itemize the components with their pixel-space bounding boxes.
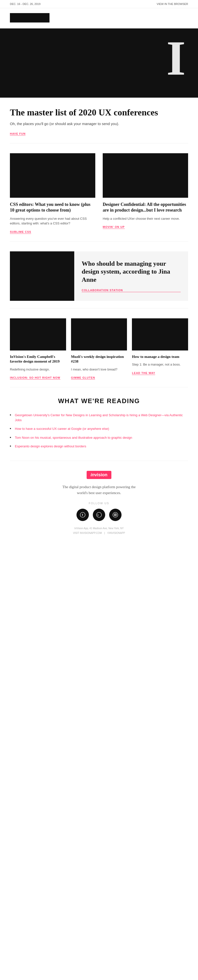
svg-point-2 xyxy=(97,512,101,517)
reading-item-1: Georgetown University's Center for New D… xyxy=(10,411,188,425)
reading-heading: WHAT WE'RE READING xyxy=(10,397,188,405)
article-tag-1[interactable]: SUBLIME CSS xyxy=(10,231,31,234)
article-tag-4[interactable]: GIMME GLUTEN xyxy=(71,376,95,380)
reading-item-3: Tom Noon on his musical, spontaneous and… xyxy=(10,433,188,442)
reading-link-2[interactable]: How to have a successful UX career at Go… xyxy=(15,427,109,431)
article-title-3: InVision's Emily Campbell's favorite des… xyxy=(10,355,66,364)
article-tag-3[interactable]: INCLUSION: SO HOT RIGHT NOW xyxy=(10,376,61,380)
reading-list: Georgetown University's Center for New D… xyxy=(10,411,188,451)
two-col-section: CSS editors: What you need to know (plus… xyxy=(10,143,188,242)
svg-text:f: f xyxy=(82,513,83,517)
wide-feature-tag[interactable]: COLLABORATION STATION xyxy=(81,289,180,292)
article-tag-2[interactable]: MOVIN' ON UP xyxy=(103,226,125,229)
feature-article: The master list of 2020 UX conferences O… xyxy=(10,98,188,143)
article-col-5: How to manage a design team Step 1: Be a… xyxy=(132,318,188,380)
article-image-3 xyxy=(10,318,66,350)
reading-item-2: How to have a successful UX career at Go… xyxy=(10,425,188,433)
reading-section: WHAT WE'RE READING Georgetown University… xyxy=(10,387,188,461)
footer: invision The digital product design plat… xyxy=(0,461,198,542)
article-title-5: How to manage a design team xyxy=(132,355,188,360)
feature-tag[interactable]: HAVE FUN xyxy=(10,132,26,136)
article-desc-2: Help a conflicted UXer choose their next… xyxy=(103,216,188,221)
article-col-1: CSS editors: What you need to know (plus… xyxy=(10,153,95,234)
hero-letter-white: I xyxy=(166,33,186,83)
footer-logo-vision: vision xyxy=(94,473,107,477)
footer-logo-in: in xyxy=(91,473,94,477)
twitter-icon[interactable]: t xyxy=(93,509,105,521)
article-desc-5: Step 1: Be a manager, not a boss. xyxy=(132,362,188,367)
view-in-browser-link[interactable]: VIEW IN THE BROWSER xyxy=(156,2,188,5)
feature-desc: Oh, the places you'll go (or should ask … xyxy=(10,121,188,127)
follow-us-label: FOLLOW US xyxy=(10,502,188,505)
article-image-2 xyxy=(103,153,188,198)
article-title-1: CSS editors: What you need to know (plus… xyxy=(10,202,95,213)
footer-desc: The digital product design platform powe… xyxy=(59,484,139,496)
wide-feature-section: Who should be managing your design syste… xyxy=(10,242,188,309)
top-bar-date: DEC. 16 - DEC. 26, 2019 xyxy=(10,2,41,5)
article-title-4: Muzli's weekly design inspiration #238 xyxy=(71,355,127,364)
reading-link-1[interactable]: Georgetown University's Center for New D… xyxy=(15,413,183,422)
footer-links: VISIT INVISIONAPP.COM | ©INVISIONAPP xyxy=(10,531,188,535)
feature-title: The master list of 2020 UX conferences xyxy=(10,108,188,118)
social-icons: f t xyxy=(10,509,188,521)
svg-point-6 xyxy=(115,514,116,515)
main-content: The master list of 2020 UX conferences O… xyxy=(0,98,198,461)
wide-feature-title: Who should be managing your design syste… xyxy=(81,260,180,284)
reading-link-4[interactable]: Esperanto design explores design without… xyxy=(15,444,86,448)
top-bar: DEC. 16 - DEC. 26, 2019 VIEW IN THE BROW… xyxy=(0,0,198,8)
article-col-4: Muzli's weekly design inspiration #238 I… xyxy=(71,318,127,380)
article-desc-4: I mean, who doesn't love bread? xyxy=(71,367,127,372)
article-title-2: Designer Confidential: All the opportuni… xyxy=(103,202,188,213)
footer-address: InVision App, 41 Madison Ave, New York, … xyxy=(10,527,188,530)
article-image-4 xyxy=(71,318,127,350)
footer-logo: invision xyxy=(87,471,111,479)
article-col-2: Designer Confidential: All the opportuni… xyxy=(103,153,188,234)
article-tag-5[interactable]: LEAD THE WAY xyxy=(132,371,155,375)
reading-link-3[interactable]: Tom Noon on his musical, spontaneous and… xyxy=(15,436,132,439)
article-desc-3: Redefining inclusive design. xyxy=(10,367,66,372)
reading-item-4: Esperanto design explores design without… xyxy=(10,442,188,451)
article-col-3: InVision's Emily Campbell's favorite des… xyxy=(10,318,66,380)
header xyxy=(0,8,198,26)
article-image-5 xyxy=(132,318,188,350)
facebook-icon[interactable]: f xyxy=(77,509,89,521)
svg-text:t: t xyxy=(97,513,99,516)
svg-point-4 xyxy=(113,512,118,517)
wide-feature-image xyxy=(10,251,74,301)
hero-section: I I xyxy=(0,29,198,98)
footer-divider: | xyxy=(104,531,105,535)
wide-feature-text: Who should be managing your design syste… xyxy=(74,251,188,301)
article-desc-1: Answering every question you've ever had… xyxy=(10,216,95,226)
footer-link-2[interactable]: ©INVISIONAPP xyxy=(107,531,125,535)
footer-link-1[interactable]: VISIT INVISIONAPP.COM xyxy=(73,531,102,535)
three-col-section: InVision's Emily Campbell's favorite des… xyxy=(10,309,188,388)
instagram-icon[interactable] xyxy=(109,509,121,521)
header-logo xyxy=(10,13,50,22)
article-image-1 xyxy=(10,153,95,198)
